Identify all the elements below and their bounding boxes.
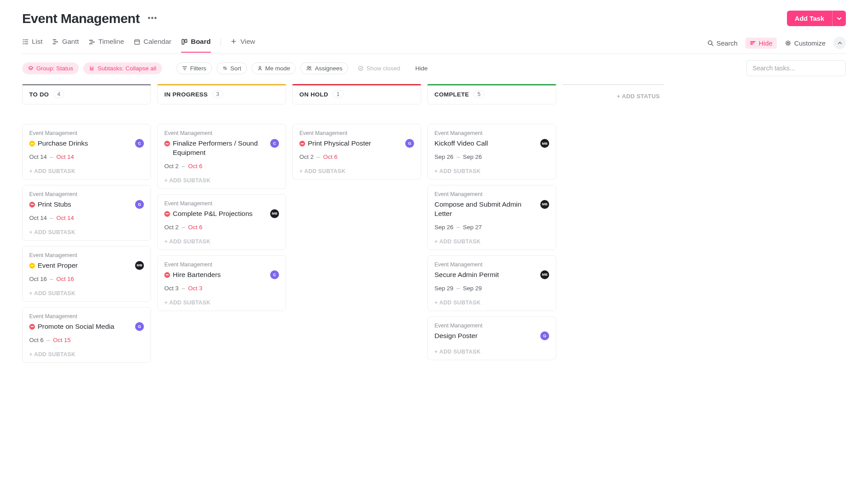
task-card[interactable]: Event ManagementHire BartendersCOct 3–Oc…	[157, 255, 286, 311]
add-subtask-button[interactable]: ADD SUBTASK	[164, 177, 279, 184]
add-subtask-button[interactable]: ADD SUBTASK	[29, 229, 144, 235]
add-subtask-button[interactable]: ADD SUBTASK	[434, 238, 549, 245]
column-count: 3	[212, 90, 223, 98]
add-subtask-button[interactable]: ADD SUBTASK	[299, 168, 414, 174]
show-closed-pill[interactable]: Show closed	[353, 63, 406, 74]
assignee-avatar[interactable]: G	[405, 139, 414, 148]
show-closed-label: Show closed	[366, 65, 400, 72]
priority-icon	[299, 141, 305, 146]
add-task-dropdown[interactable]	[832, 11, 846, 26]
assignee-avatar[interactable]: MB	[540, 139, 549, 148]
column-title: IN PROGRESS	[164, 91, 208, 98]
add-task-button[interactable]: Add Task	[787, 11, 832, 26]
task-card[interactable]: Event ManagementFinalize Performers / So…	[157, 124, 286, 189]
add-subtask-button[interactable]: ADD SUBTASK	[29, 168, 144, 174]
column-header[interactable]: ON HOLD1	[292, 84, 421, 104]
date-start: Oct 2	[299, 154, 314, 160]
column-title: TO DO	[29, 91, 49, 98]
filters-pill[interactable]: Filters	[176, 62, 212, 74]
assignee-avatar[interactable]: MB	[135, 261, 144, 270]
sort-pill[interactable]: Sort	[217, 62, 247, 74]
task-card[interactable]: Event ManagementKickoff Video CallMBSep …	[427, 124, 556, 180]
tab-list[interactable]: List	[22, 38, 43, 53]
collapse-header-button[interactable]	[833, 37, 846, 49]
assignee-avatar[interactable]: MB	[540, 270, 549, 279]
search-button[interactable]: Search	[707, 39, 738, 47]
hide-label: Hide	[759, 39, 772, 47]
view-tabs-row: List Gantt Timeline Calendar Board View …	[22, 37, 846, 54]
check-circle-icon	[358, 65, 364, 71]
card-folder: Event Management	[434, 130, 549, 136]
date-separator: –	[182, 163, 185, 169]
tab-timeline[interactable]: Timeline	[89, 38, 124, 53]
hide-button[interactable]: Hide	[745, 38, 777, 49]
assignee-avatar[interactable]: G	[540, 331, 549, 340]
card-title: Design Poster	[434, 331, 477, 341]
task-card[interactable]: Event ManagementPrint StubsGOct 14–Oct 1…	[22, 185, 151, 241]
assignee-avatar[interactable]: G	[135, 322, 144, 331]
group-pill[interactable]: Group: Status	[22, 62, 79, 74]
task-card[interactable]: Event ManagementPrint Physical PosterGOc…	[292, 124, 421, 180]
date-separator: –	[50, 154, 54, 160]
subtasks-pill[interactable]: Subtasks: Collapse all	[83, 62, 162, 74]
task-card[interactable]: Event ManagementEvent ProperMBOct 16–Oct…	[22, 246, 151, 302]
assignee-avatar[interactable]: C	[270, 270, 279, 279]
priority-icon	[164, 141, 170, 146]
priority-icon	[29, 141, 35, 146]
tab-calendar[interactable]: Calendar	[134, 38, 171, 53]
card-folder: Event Management	[29, 313, 144, 319]
task-card[interactable]: Event ManagementPurchase DrinksCOct 14–O…	[22, 124, 151, 180]
add-subtask-button[interactable]: ADD SUBTASK	[164, 300, 279, 306]
kanban-board: TO DO4Event ManagementPurchase DrinksCOc…	[22, 84, 846, 363]
card-dates: Oct 14–Oct 14	[29, 154, 144, 160]
hide-icon	[750, 40, 756, 46]
assignee-avatar[interactable]: MB	[540, 200, 549, 209]
assignee-avatar[interactable]: C	[135, 139, 144, 148]
task-card[interactable]: Event ManagementComplete P&L Projections…	[157, 194, 286, 250]
assignee-avatar[interactable]: G	[135, 200, 144, 209]
assignee-avatar[interactable]: MB	[270, 209, 279, 218]
tab-label: Timeline	[98, 38, 124, 46]
tab-add-view[interactable]: View	[231, 38, 255, 53]
task-card[interactable]: Event ManagementSecure Admin PermitMBSep…	[427, 255, 556, 311]
task-card[interactable]: Event ManagementCompose and Submit Admin…	[427, 185, 556, 250]
task-card[interactable]: Event ManagementPromote on Social MediaG…	[22, 307, 151, 363]
assignees-pill[interactable]: Assignees	[300, 62, 348, 74]
column-cards: Event ManagementPrint Physical PosterGOc…	[292, 124, 421, 180]
column-header[interactable]: COMPLETE5	[427, 84, 556, 104]
add-subtask-button[interactable]: ADD SUBTASK	[164, 238, 279, 245]
add-subtask-button[interactable]: ADD SUBTASK	[29, 351, 144, 358]
card-title-row: Print Physical PosterG	[299, 139, 414, 148]
person-icon	[257, 65, 263, 71]
add-subtask-button[interactable]: ADD SUBTASK	[434, 300, 549, 306]
add-status-button[interactable]: + ADD STATUS	[562, 84, 664, 108]
add-subtask-button[interactable]: ADD SUBTASK	[434, 168, 549, 174]
card-title: Promote on Social Media	[38, 322, 114, 331]
search-tasks-input[interactable]	[746, 60, 846, 76]
column-header[interactable]: TO DO4	[22, 84, 151, 104]
hide-pill[interactable]: Hide	[410, 63, 433, 74]
svg-point-7	[310, 67, 311, 68]
add-subtask-button[interactable]: ADD SUBTASK	[29, 290, 144, 296]
assignee-avatar[interactable]: C	[270, 139, 279, 148]
search-icon	[707, 40, 714, 46]
date-separator: –	[182, 285, 185, 292]
card-title: Secure Admin Permit	[434, 270, 499, 280]
svg-rect-1	[182, 39, 184, 44]
tab-gantt[interactable]: Gantt	[52, 38, 79, 53]
date-separator: –	[317, 154, 320, 160]
card-folder: Event Management	[29, 191, 144, 197]
add-subtask-button[interactable]: ADD SUBTASK	[434, 349, 549, 355]
me-mode-pill[interactable]: Me mode	[252, 62, 296, 74]
date-separator: –	[46, 337, 50, 343]
column-title: ON HOLD	[299, 91, 328, 98]
tab-board[interactable]: Board	[181, 38, 211, 53]
more-menu-icon[interactable]: •••	[147, 14, 157, 23]
card-dates: Oct 2–Oct 6	[299, 154, 414, 160]
column-header[interactable]: IN PROGRESS3	[157, 84, 286, 104]
card-dates: Sep 29–Sep 29	[434, 285, 549, 292]
task-card[interactable]: Event ManagementDesign PosterGADD SUBTAS…	[427, 316, 556, 360]
customize-button[interactable]: Customize	[785, 39, 825, 47]
sort-icon	[222, 65, 228, 71]
card-title-row: Complete P&L ProjectionsMB	[164, 209, 279, 219]
